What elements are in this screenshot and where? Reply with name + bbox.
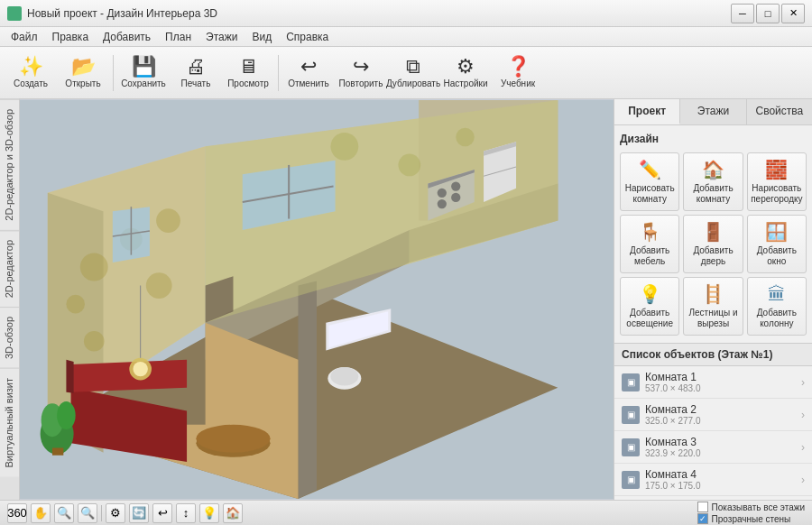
room-name: Комната 3 [645,436,796,448]
menu-item-добавить[interactable]: Добавить [96,29,158,45]
status-checkboxes: Показывать все этажи ✓ Прозрачные стены [697,502,805,524]
tab-floors[interactable]: Этажи [680,99,746,124]
transparent-walls-check[interactable]: ✓ Прозрачные стены [697,513,805,524]
tab-project[interactable]: Проект [614,99,680,124]
list-item[interactable]: ▣ Комната 5 165.0 × 172.1 › [614,496,812,500]
svg-rect-32 [52,448,63,456]
rotate-button[interactable]: 🔄 [129,503,149,523]
light-button[interactable]: 💡 [199,503,219,523]
add-column-button[interactable]: 🏛 Добавить колонну [747,277,807,336]
undo-toolbar-button[interactable]: ↩Отменить [283,51,334,96]
right-panel: Проект Этажи Свойства Дизайн ✏️ Нарисова… [614,99,812,500]
draw-partition-icon: 🧱 [765,159,788,180]
svg-point-31 [57,401,76,429]
save-toolbar-button[interactable]: 💾Сохранить [118,51,169,96]
print-toolbar-button[interactable]: 🖨Печать [171,51,221,96]
close-button[interactable]: ✕ [781,4,805,23]
draw-room-button[interactable]: ✏️ Нарисовать комнату [620,152,679,211]
menu-item-вид[interactable]: Вид [245,29,279,45]
view-360-button[interactable]: 360 [7,503,27,523]
add-furniture-button[interactable]: 🪑 Добавить мебель [620,215,679,273]
help-icon: ❓ [506,57,531,77]
add-column-label: Добавить колонну [750,308,804,329]
draw-room-label: Нарисовать комнату [623,183,677,205]
expand-icon: › [801,409,805,421]
svg-point-18 [398,154,420,177]
svg-point-10 [80,253,108,281]
flip-button[interactable]: ↕ [176,503,196,523]
open-icon: 📂 [71,57,96,77]
redo-icon: ↪ [353,57,369,77]
left-tab-2d[interactable]: 2D-редактор [0,230,19,307]
zoom-in-button[interactable]: 🔍 [54,503,74,523]
undo-icon: ↩ [300,57,317,77]
stairs-label: Лестницы и вырезы [686,308,740,329]
room-icon: ▣ [622,373,640,391]
svg-point-17 [330,133,358,161]
redo-toolbar-button[interactable]: ↪Повторить [336,51,386,96]
svg-point-15 [156,208,180,233]
stairs-button[interactable]: 🪜 Лестницы и вырезы [683,277,743,336]
left-tab-virtual[interactable]: Виртуальный визит [0,368,19,477]
menu-item-файл[interactable]: Файл [4,29,45,45]
undo-view-button[interactable]: ↩ [152,503,172,523]
title-bar: Новый проект - Дизайн Интерьера 3D ─ □ ✕ [0,0,812,27]
svg-point-13 [146,272,172,299]
add-window-button[interactable]: 🪟 Добавить окно [747,215,807,273]
svg-point-36 [451,181,460,190]
menu-bar: ФайлПравкаДобавитьПланЭтажиВидСправка [0,27,812,47]
duplicate-toolbar-button[interactable]: ⧉Дублировать [388,51,438,96]
zoom-out-button[interactable]: 🔍 [78,503,97,523]
create-icon: ✨ [19,57,43,77]
expand-icon: › [801,376,805,389]
app-icon [7,6,22,21]
maximize-button[interactable]: □ [756,4,780,23]
settings-button[interactable]: ⚙ [106,503,125,523]
left-tabs: 2D-редактор и 3D-обзор2D-редактор3D-обзо… [0,99,20,500]
object-list-section: Список объектов (Этаж №1) ▣ Комната 1 53… [614,344,812,500]
room-size: 325.0 × 277.0 [645,416,796,426]
show-floors-check[interactable]: Показывать все этажи [697,502,805,512]
draw-partition-button[interactable]: 🧱 Нарисовать перегородку [747,152,807,211]
room-info: Комната 2 325.0 × 277.0 [645,403,796,426]
expand-icon: › [801,441,805,454]
svg-point-19 [456,128,475,147]
create-toolbar-button[interactable]: ✨Создать [5,51,56,96]
room-icon: ▣ [622,438,640,456]
show-floors-checkbox[interactable] [697,502,708,512]
menu-item-план[interactable]: План [158,29,198,45]
add-room-label: Добавить комнату [686,183,740,205]
settings-toolbar-button[interactable]: ⚙Настройки [440,51,491,96]
minimize-button[interactable]: ─ [731,4,754,23]
duplicate-icon: ⧉ [406,57,420,77]
open-toolbar-button[interactable]: 📂Открыть [58,51,108,96]
main-area: 2D-редактор и 3D-обзор2D-редактор3D-обзо… [0,99,812,500]
svg-point-27 [133,362,147,376]
list-item[interactable]: ▣ Комната 2 325.0 × 277.0 › [614,399,812,431]
menu-item-справка[interactable]: Справка [279,29,336,45]
list-item[interactable]: ▣ Комната 4 175.0 × 175.0 › [614,464,812,496]
add-room-icon: 🏠 [702,159,724,180]
object-list-title: Список объектов (Этаж №1) [614,344,812,366]
add-room-button[interactable]: 🏠 Добавить комнату [683,152,743,211]
pan-button[interactable]: ✋ [31,503,51,523]
left-tab-3d[interactable]: 3D-обзор [0,307,19,368]
left-tab-2d-3d[interactable]: 2D-редактор и 3D-обзор [0,99,19,230]
tab-properties[interactable]: Свойства [747,99,812,124]
transparent-walls-checkbox[interactable]: ✓ [697,513,708,524]
menu-item-этажи[interactable]: Этажи [198,29,245,45]
show-floors-label: Показывать все этажи [712,502,805,512]
draw-room-icon: ✏️ [639,159,661,180]
home-button[interactable]: 🏠 [223,503,243,523]
add-door-button[interactable]: 🚪 Добавить дверь [683,215,743,273]
add-light-label: Добавить освещение [623,308,677,329]
list-item[interactable]: ▣ Комната 3 323.9 × 220.0 › [614,431,812,464]
menu-item-правка[interactable]: Правка [45,29,97,45]
list-item[interactable]: ▣ Комната 1 537.0 × 483.0 › [614,366,812,399]
preview-toolbar-button[interactable]: 🖥Просмотр [223,51,273,96]
help-toolbar-button[interactable]: ❓Учебник [493,51,543,96]
add-light-button[interactable]: 💡 Добавить освещение [620,277,679,336]
print-icon: 🖨 [186,57,206,77]
draw-partition-label: Нарисовать перегородку [750,183,804,205]
svg-point-43 [330,367,358,386]
